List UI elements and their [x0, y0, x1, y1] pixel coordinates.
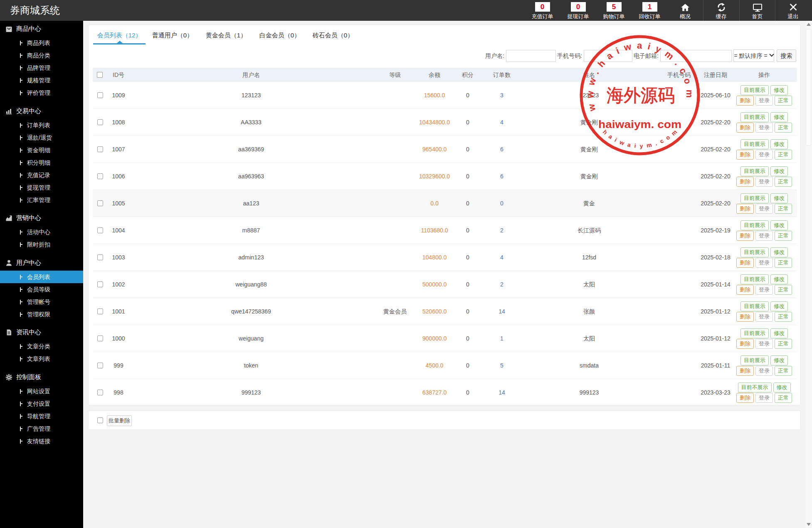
- svg-text:海外源码: 海外源码: [607, 86, 675, 105]
- svg-text:haiwaiym. com: haiwaiym. com: [598, 118, 681, 131]
